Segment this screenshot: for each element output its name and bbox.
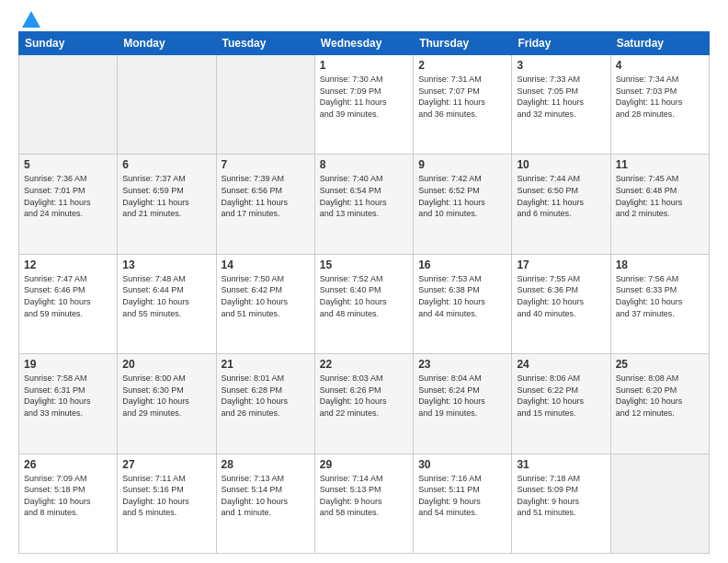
day-detail: Sunrise: 7:50 AM Sunset: 6:42 PM Dayligh… xyxy=(222,273,310,319)
logo-triangle-icon xyxy=(22,11,40,28)
day-detail: Sunrise: 7:33 AM Sunset: 7:05 PM Dayligh… xyxy=(517,74,605,120)
day-detail: Sunrise: 8:04 AM Sunset: 6:24 PM Dayligh… xyxy=(418,373,506,419)
day-cell: 6Sunrise: 7:37 AM Sunset: 6:59 PM Daylig… xyxy=(118,155,216,254)
day-detail: Sunrise: 7:48 AM Sunset: 6:44 PM Dayligh… xyxy=(122,273,210,319)
col-header-saturday: Saturday xyxy=(610,32,709,55)
day-number: 6 xyxy=(122,158,210,171)
day-detail: Sunrise: 7:58 AM Sunset: 6:31 PM Dayligh… xyxy=(24,373,112,419)
week-row-5: 26Sunrise: 7:09 AM Sunset: 5:18 PM Dayli… xyxy=(19,454,710,553)
day-detail: Sunrise: 8:08 AM Sunset: 6:20 PM Dayligh… xyxy=(616,373,704,419)
day-cell: 3Sunrise: 7:33 AM Sunset: 7:05 PM Daylig… xyxy=(512,55,610,155)
day-number: 26 xyxy=(24,458,112,471)
week-row-2: 5Sunrise: 7:36 AM Sunset: 7:01 PM Daylig… xyxy=(19,155,710,254)
day-number: 29 xyxy=(320,458,408,471)
day-cell xyxy=(610,454,709,553)
day-detail: Sunrise: 7:09 AM Sunset: 5:18 PM Dayligh… xyxy=(24,473,112,519)
day-detail: Sunrise: 7:55 AM Sunset: 6:36 PM Dayligh… xyxy=(517,273,605,319)
day-number: 9 xyxy=(418,158,506,171)
day-number: 25 xyxy=(616,358,704,371)
day-number: 30 xyxy=(418,458,506,471)
col-header-sunday: Sunday xyxy=(19,32,118,55)
day-cell: 26Sunrise: 7:09 AM Sunset: 5:18 PM Dayli… xyxy=(19,454,118,553)
day-number: 27 xyxy=(122,458,210,471)
col-header-friday: Friday xyxy=(512,32,610,55)
day-number: 5 xyxy=(24,158,112,171)
day-detail: Sunrise: 7:16 AM Sunset: 5:11 PM Dayligh… xyxy=(418,473,506,519)
day-cell: 5Sunrise: 7:36 AM Sunset: 7:01 PM Daylig… xyxy=(19,155,118,254)
day-number: 15 xyxy=(320,259,408,271)
day-number: 12 xyxy=(24,259,112,271)
day-cell: 13Sunrise: 7:48 AM Sunset: 6:44 PM Dayli… xyxy=(118,254,216,353)
day-cell: 9Sunrise: 7:42 AM Sunset: 6:52 PM Daylig… xyxy=(414,155,512,254)
day-number: 8 xyxy=(320,158,408,171)
day-detail: Sunrise: 7:56 AM Sunset: 6:33 PM Dayligh… xyxy=(616,273,704,319)
day-number: 1 xyxy=(320,59,408,72)
col-header-wednesday: Wednesday xyxy=(314,32,413,55)
day-cell: 19Sunrise: 7:58 AM Sunset: 6:31 PM Dayli… xyxy=(19,354,118,454)
day-detail: Sunrise: 7:34 AM Sunset: 7:03 PM Dayligh… xyxy=(616,74,704,120)
day-cell: 25Sunrise: 8:08 AM Sunset: 6:20 PM Dayli… xyxy=(610,354,709,454)
day-number: 11 xyxy=(616,158,704,171)
day-cell: 27Sunrise: 7:11 AM Sunset: 5:16 PM Dayli… xyxy=(118,454,216,553)
col-header-monday: Monday xyxy=(118,32,216,55)
day-cell: 14Sunrise: 7:50 AM Sunset: 6:42 PM Dayli… xyxy=(216,254,314,353)
day-cell xyxy=(118,55,216,155)
day-number: 17 xyxy=(517,259,605,271)
day-cell: 21Sunrise: 8:01 AM Sunset: 6:28 PM Dayli… xyxy=(216,354,314,454)
col-header-thursday: Thursday xyxy=(414,32,512,55)
day-detail: Sunrise: 7:13 AM Sunset: 5:14 PM Dayligh… xyxy=(222,473,310,519)
day-number: 7 xyxy=(222,158,310,171)
day-detail: Sunrise: 7:42 AM Sunset: 6:52 PM Dayligh… xyxy=(418,173,506,219)
col-header-tuesday: Tuesday xyxy=(216,32,314,55)
day-number: 21 xyxy=(222,358,310,371)
day-detail: Sunrise: 8:03 AM Sunset: 6:26 PM Dayligh… xyxy=(320,373,408,419)
day-cell: 17Sunrise: 7:55 AM Sunset: 6:36 PM Dayli… xyxy=(512,254,610,353)
day-number: 23 xyxy=(418,358,506,371)
day-number: 28 xyxy=(222,458,310,471)
day-cell: 7Sunrise: 7:39 AM Sunset: 6:56 PM Daylig… xyxy=(216,155,314,254)
day-detail: Sunrise: 7:30 AM Sunset: 7:09 PM Dayligh… xyxy=(320,74,408,120)
day-number: 20 xyxy=(122,358,210,371)
day-cell: 20Sunrise: 8:00 AM Sunset: 6:30 PM Dayli… xyxy=(118,354,216,454)
calendar: SundayMondayTuesdayWednesdayThursdayFrid… xyxy=(18,31,710,554)
day-detail: Sunrise: 8:01 AM Sunset: 6:28 PM Dayligh… xyxy=(222,373,310,419)
day-cell: 16Sunrise: 7:53 AM Sunset: 6:38 PM Dayli… xyxy=(414,254,512,353)
day-number: 16 xyxy=(418,259,506,271)
day-detail: Sunrise: 7:44 AM Sunset: 6:50 PM Dayligh… xyxy=(517,173,605,219)
day-cell: 10Sunrise: 7:44 AM Sunset: 6:50 PM Dayli… xyxy=(512,155,610,254)
day-cell: 30Sunrise: 7:16 AM Sunset: 5:11 PM Dayli… xyxy=(414,454,512,553)
week-row-3: 12Sunrise: 7:47 AM Sunset: 6:46 PM Dayli… xyxy=(19,254,710,353)
day-cell: 8Sunrise: 7:40 AM Sunset: 6:54 PM Daylig… xyxy=(314,155,413,254)
day-number: 4 xyxy=(616,59,704,72)
day-detail: Sunrise: 7:45 AM Sunset: 6:48 PM Dayligh… xyxy=(616,173,704,219)
day-detail: Sunrise: 7:14 AM Sunset: 5:13 PM Dayligh… xyxy=(320,473,408,519)
day-number: 2 xyxy=(418,59,506,72)
day-detail: Sunrise: 7:40 AM Sunset: 6:54 PM Dayligh… xyxy=(320,173,408,219)
day-detail: Sunrise: 7:11 AM Sunset: 5:16 PM Dayligh… xyxy=(122,473,210,519)
day-cell: 15Sunrise: 7:52 AM Sunset: 6:40 PM Dayli… xyxy=(314,254,413,353)
day-number: 24 xyxy=(517,358,605,371)
day-detail: Sunrise: 8:06 AM Sunset: 6:22 PM Dayligh… xyxy=(517,373,605,419)
header-row: SundayMondayTuesdayWednesdayThursdayFrid… xyxy=(19,32,710,55)
header xyxy=(18,15,710,24)
day-detail: Sunrise: 7:39 AM Sunset: 6:56 PM Dayligh… xyxy=(222,173,310,219)
day-cell: 12Sunrise: 7:47 AM Sunset: 6:46 PM Dayli… xyxy=(19,254,118,353)
day-number: 3 xyxy=(517,59,605,72)
day-detail: Sunrise: 7:52 AM Sunset: 6:40 PM Dayligh… xyxy=(320,273,408,319)
day-cell: 18Sunrise: 7:56 AM Sunset: 6:33 PM Dayli… xyxy=(610,254,709,353)
day-detail: Sunrise: 7:53 AM Sunset: 6:38 PM Dayligh… xyxy=(418,273,506,319)
day-number: 19 xyxy=(24,358,112,371)
day-detail: Sunrise: 7:36 AM Sunset: 7:01 PM Dayligh… xyxy=(24,173,112,219)
day-detail: Sunrise: 8:00 AM Sunset: 6:30 PM Dayligh… xyxy=(122,373,210,419)
day-cell: 31Sunrise: 7:18 AM Sunset: 5:09 PM Dayli… xyxy=(512,454,610,553)
day-cell: 24Sunrise: 8:06 AM Sunset: 6:22 PM Dayli… xyxy=(512,354,610,454)
day-cell xyxy=(19,55,118,155)
day-cell: 23Sunrise: 8:04 AM Sunset: 6:24 PM Dayli… xyxy=(414,354,512,454)
day-number: 13 xyxy=(122,259,210,271)
day-detail: Sunrise: 7:37 AM Sunset: 6:59 PM Dayligh… xyxy=(122,173,210,219)
page: SundayMondayTuesdayWednesdayThursdayFrid… xyxy=(0,0,728,563)
day-detail: Sunrise: 7:31 AM Sunset: 7:07 PM Dayligh… xyxy=(418,74,506,120)
day-cell: 22Sunrise: 8:03 AM Sunset: 6:26 PM Dayli… xyxy=(314,354,413,454)
day-cell: 4Sunrise: 7:34 AM Sunset: 7:03 PM Daylig… xyxy=(610,55,709,155)
day-cell xyxy=(216,55,314,155)
